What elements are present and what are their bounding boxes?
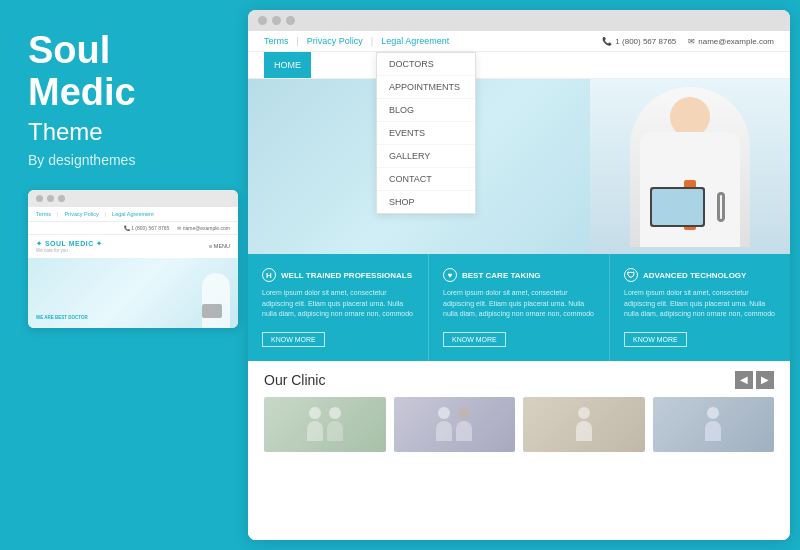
feature-text-1: Lorem ipsum dolor sit amet, consectetur … xyxy=(262,288,414,320)
nav-doctors[interactable]: DOCTORS xyxy=(377,53,475,76)
nav-blog[interactable]: BLOG xyxy=(377,99,475,122)
mini-tablet xyxy=(202,304,222,318)
mini-dot-1 xyxy=(36,195,43,202)
clinic-image-3 xyxy=(523,397,645,452)
clinic-img-persons-4 xyxy=(653,397,775,452)
mini-menu-button[interactable]: ≡ MENU xyxy=(209,243,230,249)
feature-title-3: 🛡 ADVANCED TECHNOLOGY xyxy=(624,268,776,282)
brand-title: Soul Medic xyxy=(28,30,228,114)
left-panel: Soul Medic Theme By designthemes Terms |… xyxy=(0,0,248,550)
email-contact: ✉ name@example.com xyxy=(688,37,774,46)
nav-contact[interactable]: CONTACT xyxy=(377,168,475,191)
clinic-next-button[interactable]: ▶ xyxy=(756,371,774,389)
hero-doctor-image xyxy=(590,79,790,254)
mini-browser: Terms | Privacy Policy | Legal Agreement… xyxy=(28,190,238,328)
doctor-head xyxy=(670,97,710,137)
clinic-img-persons-1 xyxy=(264,397,386,452)
clinic-image-1 xyxy=(264,397,386,452)
feature-card-1: H WELL TRAINED PROFESSIONALS Lorem ipsum… xyxy=(248,254,429,361)
feature-icon-3: 🛡 xyxy=(624,268,638,282)
topbar-contact: 📞 1 (800) 567 8765 ✉ name@example.com xyxy=(602,37,774,46)
mini-logo: ✦ SOUL MEDIC ✦ xyxy=(36,240,103,248)
nav-appointments[interactable]: APPOINTMENTS xyxy=(377,76,475,99)
mini-nav-links: Terms | Privacy Policy | Legal Agreement xyxy=(28,207,238,222)
know-more-btn-3[interactable]: KNOW MORE xyxy=(624,332,687,347)
browser-body: Terms | Privacy Policy | Legal Agreement… xyxy=(248,31,790,540)
nav-shop[interactable]: SHOP xyxy=(377,191,475,213)
clinic-img-persons-3 xyxy=(523,397,645,452)
privacy-link[interactable]: Privacy Policy xyxy=(307,36,363,46)
clinic-header: Our Clinic ◀ ▶ xyxy=(264,371,774,389)
feature-icon-2: ♥ xyxy=(443,268,457,282)
brand-by: By designthemes xyxy=(28,152,228,168)
know-more-btn-1[interactable]: KNOW MORE xyxy=(262,332,325,347)
know-more-btn-2[interactable]: KNOW MORE xyxy=(443,332,506,347)
mini-browser-content: Terms | Privacy Policy | Legal Agreement… xyxy=(28,207,238,328)
mini-logo-area: ✦ SOUL MEDIC ✦ We care for you ≡ MENU xyxy=(28,235,238,258)
mini-hero-text: WE ARE BEST DOCTOR xyxy=(36,315,88,320)
mini-terms[interactable]: Terms xyxy=(36,211,51,217)
clinic-img-persons-2 xyxy=(394,397,516,452)
mini-browser-bar xyxy=(28,190,238,207)
chrome-dot-1 xyxy=(258,16,267,25)
phone-contact: 📞 1 (800) 567 8765 xyxy=(602,37,676,46)
feature-text-3: Lorem ipsum dolor sit amet, consectetur … xyxy=(624,288,776,320)
clinic-title: Our Clinic xyxy=(264,372,325,388)
feature-card-3: 🛡 ADVANCED TECHNOLOGY Lorem ipsum dolor … xyxy=(610,254,790,361)
mini-tagline: We care for you xyxy=(36,248,103,253)
nav-gallery[interactable]: GALLERY xyxy=(377,145,475,168)
tablet-screen xyxy=(652,189,703,225)
nav-events[interactable]: EVENTS xyxy=(377,122,475,145)
main-nav: HOME DOCTORS APPOINTMENTS BLOG EVENTS GA… xyxy=(248,52,790,79)
nav-home[interactable]: HOME xyxy=(264,52,311,78)
terms-link[interactable]: Terms xyxy=(264,36,289,46)
hero-section xyxy=(248,79,790,254)
tablet-device xyxy=(650,187,705,227)
clinic-section: Our Clinic ◀ ▶ xyxy=(248,361,790,541)
mini-hero: WE ARE BEST DOCTOR xyxy=(28,258,238,328)
chrome-dot-3 xyxy=(286,16,295,25)
clinic-image-2 xyxy=(394,397,516,452)
site-topbar: Terms | Privacy Policy | Legal Agreement… xyxy=(248,31,790,52)
mini-dot-3 xyxy=(58,195,65,202)
chrome-dot-2 xyxy=(272,16,281,25)
mini-dot-2 xyxy=(47,195,54,202)
features-section: H WELL TRAINED PROFESSIONALS Lorem ipsum… xyxy=(248,254,790,361)
clinic-navigation: ◀ ▶ xyxy=(735,371,774,389)
clinic-images xyxy=(264,397,774,452)
mini-doctor xyxy=(202,273,230,328)
legal-link[interactable]: Legal Agreement xyxy=(381,36,449,46)
mini-contact-bar: 📞 1 (800) 567 8765 ✉ name@example.com xyxy=(28,222,238,235)
clinic-prev-button[interactable]: ◀ xyxy=(735,371,753,389)
feature-text-2: Lorem ipsum dolor sit amet, consectetur … xyxy=(443,288,595,320)
doctor-figure xyxy=(630,87,750,247)
stethoscope-icon xyxy=(717,192,725,222)
browser-chrome xyxy=(248,10,790,31)
feature-icon-1: H xyxy=(262,268,276,282)
feature-title-1: H WELL TRAINED PROFESSIONALS xyxy=(262,268,414,282)
mini-legal[interactable]: Legal Agreement xyxy=(112,211,154,217)
feature-title-2: ♥ BEST CARE TAKING xyxy=(443,268,595,282)
main-browser: Terms | Privacy Policy | Legal Agreement… xyxy=(248,10,790,540)
mini-privacy[interactable]: Privacy Policy xyxy=(64,211,98,217)
brand-subtitle: Theme xyxy=(28,118,228,146)
topbar-links: Terms | Privacy Policy | Legal Agreement xyxy=(264,36,449,46)
feature-card-2: ♥ BEST CARE TAKING Lorem ipsum dolor sit… xyxy=(429,254,610,361)
nav-dropdown: DOCTORS APPOINTMENTS BLOG EVENTS GALLERY… xyxy=(376,52,476,214)
clinic-image-4 xyxy=(653,397,775,452)
